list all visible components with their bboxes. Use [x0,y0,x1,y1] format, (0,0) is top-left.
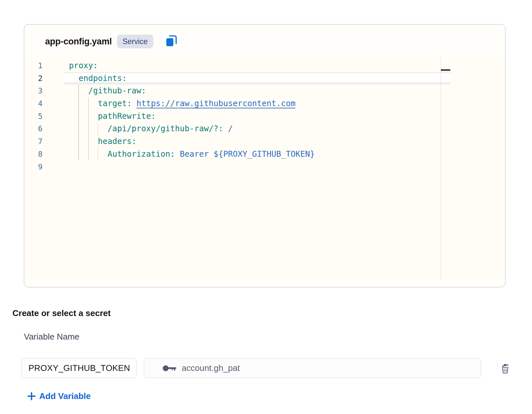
code-line: /api/proxy/github-raw/?: / [69,122,315,135]
line-number: 2 [25,72,42,85]
config-file-card: app-config.yaml Service 123456789 proxy:… [24,24,506,287]
file-name: app-config.yaml [45,37,112,47]
code-line: headers: [69,135,315,148]
code-line: proxy: [69,59,315,72]
copy-icon [165,34,178,49]
line-number: 8 [25,148,42,161]
delete-variable-button[interactable] [498,362,512,376]
line-number: 3 [25,85,42,97]
add-variable-button[interactable]: Add Variable [27,391,91,401]
code-lines: proxy: endpoints: /github-raw: target: h… [42,59,315,173]
secret-select[interactable]: account.gh_pat [144,358,481,378]
line-number: 5 [25,110,42,123]
selected-secret-value: account.gh_pat [182,363,240,373]
copy-button[interactable] [164,34,178,49]
line-number: 1 [25,59,42,72]
code-line: pathRewrite: [69,110,315,123]
line-number: 7 [25,135,42,148]
key-icon [162,364,176,372]
code-line: endpoints: [69,72,315,85]
line-number: 6 [25,122,42,135]
code-line: /github-raw: [69,85,315,97]
trash-icon [499,363,511,375]
variable-name-input[interactable] [22,358,137,378]
section-heading: Create or select a secret [12,308,111,318]
line-number: 9 [25,161,42,173]
line-number: 4 [25,97,42,110]
variable-name-label: Variable Name [24,332,79,342]
plus-icon [27,392,36,401]
card-header: app-config.yaml Service [45,34,178,49]
line-number-gutter: 123456789 [25,59,42,173]
url-link[interactable]: https://raw.githubusercontent.com [137,99,296,108]
code-editor[interactable]: 123456789 proxy: endpoints: /github-raw:… [25,57,505,280]
code-line: target: https://raw.githubusercontent.co… [69,97,315,110]
code-line: Authorization: Bearer ${PROXY_GITHUB_TOK… [69,148,315,161]
code-line [69,161,315,173]
service-badge: Service [117,35,153,48]
add-variable-label: Add Variable [39,391,91,401]
